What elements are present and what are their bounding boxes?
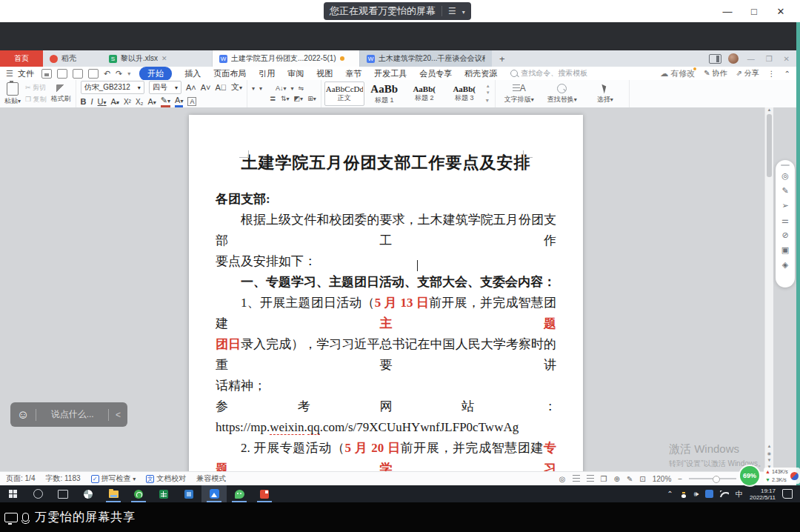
spellcheck-toggle[interactable]: ✓拼写检查 — [91, 473, 136, 484]
ribbon-tab-docer-resources[interactable]: 稻壳资源 — [464, 68, 497, 79]
superscript-button[interactable]: X² — [124, 97, 131, 106]
wifi-icon[interactable] — [720, 491, 729, 497]
ribbon-tab-member[interactable]: 会员专享 — [419, 68, 452, 79]
pointer-icon[interactable] — [781, 201, 788, 210]
file-explorer-button[interactable] — [101, 485, 126, 502]
scroll-up-icon[interactable] — [767, 107, 772, 112]
redo-icon[interactable] — [116, 69, 122, 79]
collaborate-button[interactable]: 协作 — [704, 68, 727, 79]
tab-document-active[interactable]: W土建学院五月份团支...2022-5(1) — [213, 50, 359, 67]
text-direction-button[interactable]: ⇋ — [299, 84, 304, 92]
highlight-button[interactable]: A — [148, 97, 156, 106]
wechat-button[interactable] — [227, 485, 252, 502]
minimize-button[interactable]: — — [714, 0, 741, 22]
proofread-button[interactable]: 文文档校对 — [146, 473, 186, 484]
distribute-button[interactable]: 〓 — [270, 94, 276, 104]
command-search[interactable]: 查找命令、搜索模板 — [510, 68, 587, 79]
wps-minimize-icon[interactable]: — — [745, 55, 757, 63]
network-speed-overlay[interactable]: ▲ 143K/s ▼ 2.3K/s — [764, 468, 800, 484]
hidden-icons-chevron[interactable] — [667, 490, 673, 498]
wps-red-app-button[interactable] — [252, 485, 277, 502]
cortana-button[interactable] — [25, 485, 50, 502]
meeting-chat-bubble[interactable]: 说点什么... < — [10, 402, 127, 427]
tab-docer[interactable]: 稻壳 — [43, 50, 102, 67]
browser-360-button[interactable] — [76, 485, 101, 502]
print-preview-icon[interactable] — [88, 69, 99, 79]
new-tab-button[interactable]: + — [492, 50, 513, 67]
ribbon-tab-view[interactable]: 视图 — [316, 68, 333, 79]
user-avatar[interactable] — [728, 53, 739, 64]
more-icon[interactable] — [768, 70, 776, 78]
fit-page-icon[interactable] — [639, 475, 645, 483]
location-tool-icon[interactable] — [782, 260, 788, 270]
action-center-icon[interactable] — [782, 489, 793, 499]
save-icon[interactable] — [41, 69, 52, 79]
settings-sliders-icon[interactable] — [781, 216, 789, 225]
tab-close-icon[interactable]: ✕ — [161, 55, 167, 62]
scrollbar-thumb[interactable] — [767, 114, 772, 177]
ribbon-tab-review[interactable]: 审阅 — [287, 68, 304, 79]
clear-format-button[interactable]: A⃠ — [215, 83, 227, 92]
task-view-button[interactable] — [50, 485, 76, 502]
read-view-icon[interactable]: ❐ — [601, 475, 607, 483]
quick-access-caret-icon[interactable] — [127, 70, 130, 77]
italic-button[interactable]: I — [91, 97, 93, 106]
select-button[interactable]: 选择 — [586, 83, 624, 104]
find-replace-button[interactable]: 查找替换 — [543, 83, 581, 104]
meeting-app-button[interactable] — [201, 485, 227, 502]
web-view-icon[interactable] — [614, 475, 620, 483]
subscript-button[interactable]: X₂ — [136, 97, 144, 106]
emoji-icon[interactable] — [17, 408, 29, 422]
photos-button[interactable] — [176, 485, 201, 502]
style-heading2[interactable]: AaBb( 标题 2 — [404, 82, 444, 106]
styles-scroll[interactable] — [484, 82, 492, 106]
print-icon[interactable] — [73, 69, 83, 79]
bullet-list-button[interactable] — [252, 84, 255, 92]
cloud-sync-status[interactable]: ☁ 有修改 — [660, 68, 695, 79]
zoom-level[interactable]: 120% — [653, 475, 672, 483]
grow-font-button[interactable]: A˄ — [186, 83, 196, 92]
vertical-scrollbar[interactable]: ◉ — [764, 107, 773, 471]
eye-protection-icon[interactable] — [559, 475, 566, 483]
next-page-icon[interactable] — [767, 458, 772, 462]
main-menu-icon[interactable] — [6, 69, 13, 79]
ink-icon[interactable] — [627, 475, 633, 483]
previous-page-icon[interactable] — [767, 444, 772, 448]
annotate-pen-icon[interactable] — [781, 186, 788, 196]
outline-view-icon[interactable] — [587, 475, 594, 482]
browse-object-icon[interactable]: ◉ — [767, 450, 771, 456]
chat-input[interactable]: 说点什么... — [36, 408, 108, 421]
page-view-icon[interactable] — [573, 475, 580, 482]
character-border-button[interactable]: A — [187, 97, 196, 106]
style-normal[interactable]: AaBbCcDd 正文 — [324, 82, 364, 106]
tab-document-2[interactable]: W土木建筑学院20...干座谈会会议程 — [359, 50, 492, 67]
360-safe-button[interactable] — [126, 485, 151, 502]
banner-menu-icon[interactable] — [448, 6, 456, 16]
file-menu[interactable]: 文件 — [18, 68, 34, 79]
viewing-banner[interactable]: 您正在观看万雯怡的屏幕 — [324, 2, 471, 20]
tab-spreadsheet[interactable]: S黎以升.xlsx✕ — [102, 50, 213, 67]
export-icon[interactable] — [57, 69, 67, 79]
wps-close-icon[interactable]: ✕ — [781, 55, 792, 63]
start-button[interactable] — [0, 485, 25, 502]
font-size-select[interactable]: 四号 — [149, 81, 181, 94]
chat-collapse-icon[interactable]: < — [116, 410, 121, 420]
battery-indicator[interactable]: 69% — [740, 466, 759, 485]
show-marks-button[interactable] — [291, 84, 294, 92]
style-heading1[interactable]: AaBb 标题 1 — [364, 82, 404, 106]
excel-button[interactable] — [151, 485, 176, 502]
paste-button[interactable]: 粘贴 — [4, 82, 21, 106]
text-effects-button[interactable]: 文 — [231, 82, 242, 93]
text-layout-button[interactable]: A 文字排版 — [500, 83, 539, 104]
speed-ball-icon[interactable] — [790, 472, 799, 480]
undo-icon[interactable] — [104, 69, 110, 79]
style-heading3[interactable]: AaBb( 标题 3 — [444, 82, 484, 106]
page-indicator[interactable]: 页面: 1/4 — [6, 473, 35, 484]
font-name-select[interactable]: 仿宋_GB2312 — [81, 81, 144, 94]
line-spacing-button[interactable]: ⇅ — [281, 95, 290, 102]
border-button[interactable]: ⊞ — [307, 95, 316, 102]
ribbon-tab-insert[interactable]: 插入 — [184, 68, 201, 79]
collapse-ribbon-icon[interactable] — [784, 70, 790, 78]
volume-icon[interactable]: 🕪 — [694, 490, 699, 499]
shading-pen-button[interactable]: ✎ — [161, 96, 170, 107]
